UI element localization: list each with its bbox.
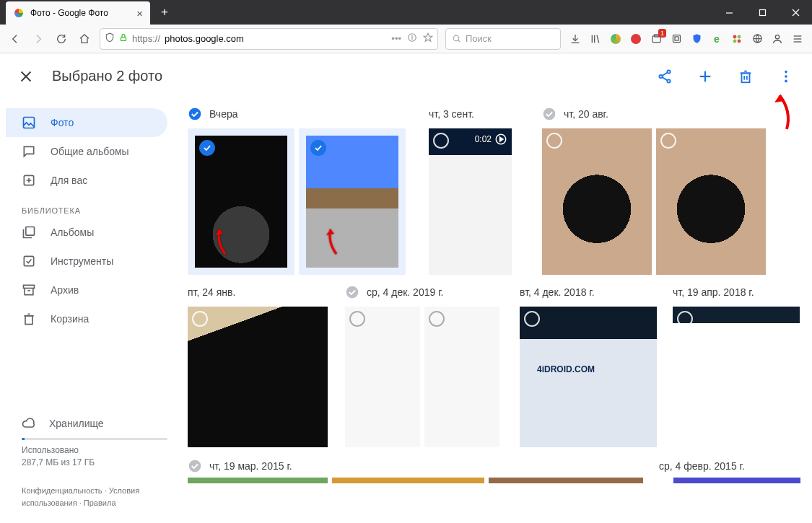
extension-icon[interactable] (626, 28, 646, 50)
date-header[interactable]: чт, 20 авг. (542, 104, 803, 124)
svg-marker-60 (500, 137, 504, 141)
date-header[interactable]: пт, 24 янв. (188, 282, 336, 302)
downloads-icon[interactable] (565, 28, 585, 50)
sidebar-item-sharing[interactable]: Общие альбомы (6, 137, 167, 166)
svg-rect-49 (26, 227, 35, 236)
date-header[interactable]: чт, 3 сент. (429, 104, 533, 124)
check-circle-icon[interactable] (310, 140, 326, 156)
check-circle-icon[interactable] (188, 107, 202, 121)
thumb-text: 4iDROID.COM (537, 364, 595, 374)
date-header[interactable]: чт, 19 мар. 2015 г. (188, 456, 505, 476)
share-button[interactable] (650, 62, 679, 91)
photo-icon (22, 115, 36, 130)
overflow-menu-button[interactable] (772, 62, 800, 91)
date-header[interactable]: чт, 19 апр. 2018 г. (673, 282, 803, 302)
extension-icon[interactable] (606, 28, 626, 50)
nav-home-button[interactable] (74, 28, 95, 50)
photo-thumb[interactable] (489, 478, 643, 483)
select-circle-icon[interactable] (677, 311, 693, 327)
select-circle-icon[interactable] (546, 133, 562, 149)
extension-icon[interactable] (666, 28, 686, 50)
select-circle-icon[interactable] (524, 311, 540, 327)
chat-icon (22, 144, 36, 159)
svg-rect-51 (24, 285, 35, 288)
select-circle-icon[interactable] (433, 133, 449, 149)
browser-tab[interactable]: Фото - Google Фото × (6, 1, 150, 25)
photo-thumb[interactable]: 4iDROID.COM (520, 307, 657, 447)
svg-point-8 (453, 35, 459, 41)
svg-line-9 (458, 40, 460, 43)
account-icon[interactable] (767, 28, 787, 50)
lock-icon (119, 33, 128, 44)
photo-thumb[interactable] (345, 307, 420, 447)
deselect-close-button[interactable] (12, 62, 40, 91)
check-circle-icon[interactable] (188, 459, 202, 473)
storage-block[interactable]: Хранилище Использовано 287,7 МБ из 17 ГБ (6, 410, 179, 469)
select-circle-icon[interactable] (349, 311, 365, 327)
photo-thumb[interactable] (673, 307, 800, 447)
delete-button[interactable] (731, 62, 760, 91)
close-tab-icon[interactable]: × (136, 7, 143, 19)
library-icon[interactable] (585, 28, 606, 50)
select-circle-icon[interactable] (660, 133, 676, 149)
photo-thumb[interactable] (188, 478, 328, 483)
storage-bar (22, 438, 167, 440)
svg-point-62 (346, 286, 359, 299)
select-circle-icon[interactable] (192, 311, 208, 327)
date-header[interactable]: Вчера (188, 104, 426, 124)
sidebar-item-photos[interactable]: Фото (6, 108, 167, 137)
extension-icon[interactable] (727, 28, 747, 50)
date-header[interactable]: ср, 4 февр. 2015 г. (659, 456, 803, 476)
play-circle-icon (494, 133, 507, 146)
photo-thumb[interactable] (424, 307, 499, 447)
date-header[interactable]: ср, 4 дек. 2019 г. (345, 282, 511, 302)
svg-rect-1 (759, 9, 765, 15)
photo-thumb[interactable] (332, 478, 484, 483)
photo-thumb[interactable] (656, 128, 766, 275)
window-close-button[interactable] (779, 1, 812, 24)
nav-reload-button[interactable] (51, 28, 72, 50)
new-tab-button[interactable]: + (154, 2, 175, 22)
photo-thumb[interactable] (299, 128, 406, 275)
extension-icon[interactable] (686, 28, 707, 50)
svg-point-23 (775, 35, 779, 38)
footer-links[interactable]: Конфиденциальность · Условия использован… (6, 485, 179, 514)
sidebar-item-archive[interactable]: Архив (6, 276, 167, 304)
sidebar-section-library: БИБЛИОТЕКА (22, 206, 179, 215)
svg-point-19 (738, 35, 741, 38)
browser-search-box[interactable]: Поиск (445, 28, 561, 50)
extension-icon[interactable] (747, 28, 767, 50)
photo-thumb[interactable] (542, 128, 652, 275)
url-bar[interactable]: https://photos.google.com ••• (100, 28, 438, 50)
check-circle-icon[interactable] (542, 107, 556, 121)
sidebar-item-albums[interactable]: Альбомы (6, 218, 167, 247)
sidebar-item-for-you[interactable]: Для вас (6, 166, 167, 195)
select-circle-icon[interactable] (429, 311, 445, 327)
sidebar-item-utilities[interactable]: Инструменты (6, 247, 167, 276)
nav-forward-button[interactable] (27, 28, 49, 50)
svg-point-18 (733, 35, 737, 38)
window-minimize-button[interactable] (712, 1, 746, 24)
annotation-arrow-icon (323, 227, 341, 258)
reader-icon[interactable] (407, 32, 417, 45)
sidebar-item-trash[interactable]: Корзина (6, 304, 167, 333)
photo-thumb[interactable]: 0:02 (429, 128, 512, 275)
extension-icon[interactable]: е (707, 28, 727, 50)
extension-icon[interactable] (646, 28, 666, 50)
check-circle-icon[interactable] (345, 285, 359, 299)
add-to-button[interactable] (691, 62, 720, 91)
photo-thumb[interactable] (673, 478, 800, 483)
nav-back-button[interactable] (4, 28, 26, 50)
date-label: вт, 4 дек. 2018 г. (520, 286, 595, 298)
svg-rect-53 (25, 316, 32, 325)
date-header[interactable]: вт, 4 дек. 2018 г. (520, 282, 664, 302)
firefox-menu-icon[interactable] (787, 28, 808, 50)
check-circle-icon[interactable] (199, 140, 215, 156)
page-actions-icon[interactable]: ••• (391, 33, 401, 44)
window-maximize-button[interactable] (746, 1, 779, 24)
google-photos-favicon-icon (13, 7, 25, 19)
photo-thumb[interactable] (188, 307, 328, 447)
utilities-icon (22, 254, 36, 268)
bookmark-star-icon[interactable] (423, 32, 433, 45)
photo-thumb[interactable] (188, 128, 294, 275)
